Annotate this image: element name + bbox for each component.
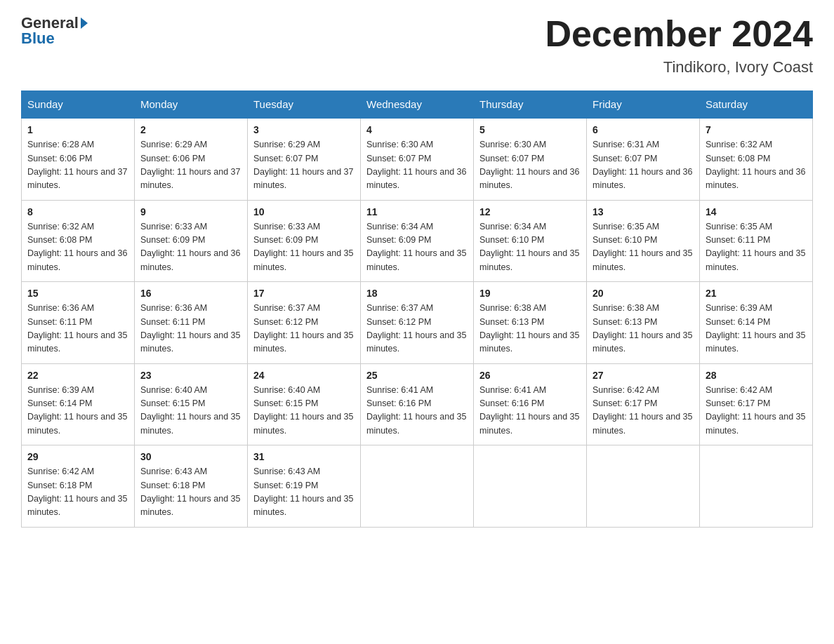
logo-blue-text: Blue <box>21 29 55 48</box>
calendar-cell: 13Sunrise: 6:35 AMSunset: 6:10 PMDayligh… <box>587 200 700 282</box>
calendar-cell <box>474 445 587 528</box>
day-number: 2 <box>140 124 241 135</box>
day-number: 10 <box>253 206 355 217</box>
calendar-cell: 6Sunrise: 6:31 AMSunset: 6:07 PMDaylight… <box>587 118 700 200</box>
day-number: 16 <box>140 288 241 299</box>
day-info: Sunrise: 6:29 AMSunset: 6:07 PMDaylight:… <box>253 138 355 193</box>
day-info: Sunrise: 6:35 AMSunset: 6:11 PMDaylight:… <box>706 220 807 275</box>
day-info: Sunrise: 6:36 AMSunset: 6:11 PMDaylight:… <box>27 302 128 356</box>
day-info: Sunrise: 6:30 AMSunset: 6:07 PMDaylight:… <box>479 138 581 193</box>
calendar-cell: 1Sunrise: 6:28 AMSunset: 6:06 PMDaylight… <box>22 118 135 200</box>
calendar-cell: 30Sunrise: 6:43 AMSunset: 6:18 PMDayligh… <box>135 445 248 528</box>
calendar-cell: 25Sunrise: 6:41 AMSunset: 6:16 PMDayligh… <box>361 363 474 445</box>
day-info: Sunrise: 6:42 AMSunset: 6:17 PMDaylight:… <box>706 384 807 438</box>
calendar-cell <box>700 445 813 528</box>
day-info: Sunrise: 6:33 AMSunset: 6:09 PMDaylight:… <box>140 220 241 275</box>
calendar-cell: 29Sunrise: 6:42 AMSunset: 6:18 PMDayligh… <box>22 445 135 528</box>
col-header-tuesday: Tuesday <box>248 91 361 119</box>
calendar-cell: 10Sunrise: 6:33 AMSunset: 6:09 PMDayligh… <box>248 200 361 282</box>
day-info: Sunrise: 6:30 AMSunset: 6:07 PMDaylight:… <box>366 138 468 193</box>
calendar-table: SundayMondayTuesdayWednesdayThursdayFrid… <box>21 90 813 528</box>
month-year-title: December 2024 <box>545 14 813 54</box>
calendar-cell: 8Sunrise: 6:32 AMSunset: 6:08 PMDaylight… <box>22 200 135 282</box>
col-header-wednesday: Wednesday <box>361 91 474 119</box>
day-number: 9 <box>140 206 241 217</box>
day-info: Sunrise: 6:40 AMSunset: 6:15 PMDaylight:… <box>253 384 355 438</box>
calendar-cell: 17Sunrise: 6:37 AMSunset: 6:12 PMDayligh… <box>248 282 361 364</box>
day-info: Sunrise: 6:43 AMSunset: 6:19 PMDaylight:… <box>253 465 355 520</box>
day-info: Sunrise: 6:39 AMSunset: 6:14 PMDaylight:… <box>27 384 128 438</box>
day-number: 25 <box>366 370 468 381</box>
day-number: 23 <box>140 370 241 381</box>
day-number: 12 <box>479 206 581 217</box>
location-subtitle: Tindikoro, Ivory Coast <box>545 58 813 76</box>
day-number: 15 <box>27 288 128 299</box>
calendar-cell: 19Sunrise: 6:38 AMSunset: 6:13 PMDayligh… <box>474 282 587 364</box>
day-number: 8 <box>27 206 128 217</box>
day-number: 24 <box>253 370 355 381</box>
page-header: General Blue December 2024 Tindikoro, Iv… <box>21 14 813 76</box>
calendar-cell: 15Sunrise: 6:36 AMSunset: 6:11 PMDayligh… <box>22 282 135 364</box>
calendar-cell: 20Sunrise: 6:38 AMSunset: 6:13 PMDayligh… <box>587 282 700 364</box>
logo-arrow-icon <box>81 18 88 29</box>
calendar-header-row: SundayMondayTuesdayWednesdayThursdayFrid… <box>22 91 813 119</box>
day-number: 5 <box>479 124 581 135</box>
calendar-cell: 9Sunrise: 6:33 AMSunset: 6:09 PMDaylight… <box>135 200 248 282</box>
calendar-week-row: 22Sunrise: 6:39 AMSunset: 6:14 PMDayligh… <box>22 363 813 445</box>
day-info: Sunrise: 6:34 AMSunset: 6:09 PMDaylight:… <box>366 220 468 275</box>
calendar-cell: 3Sunrise: 6:29 AMSunset: 6:07 PMDaylight… <box>248 118 361 200</box>
day-info: Sunrise: 6:42 AMSunset: 6:18 PMDaylight:… <box>27 465 128 520</box>
day-info: Sunrise: 6:37 AMSunset: 6:12 PMDaylight:… <box>253 302 355 356</box>
day-number: 29 <box>27 451 128 462</box>
calendar-week-row: 8Sunrise: 6:32 AMSunset: 6:08 PMDaylight… <box>22 200 813 282</box>
title-section: December 2024 Tindikoro, Ivory Coast <box>545 14 813 76</box>
calendar-week-row: 15Sunrise: 6:36 AMSunset: 6:11 PMDayligh… <box>22 282 813 364</box>
calendar-cell: 11Sunrise: 6:34 AMSunset: 6:09 PMDayligh… <box>361 200 474 282</box>
day-number: 31 <box>253 451 355 462</box>
day-info: Sunrise: 6:40 AMSunset: 6:15 PMDaylight:… <box>140 384 241 438</box>
calendar-cell: 14Sunrise: 6:35 AMSunset: 6:11 PMDayligh… <box>700 200 813 282</box>
day-info: Sunrise: 6:39 AMSunset: 6:14 PMDaylight:… <box>706 302 807 356</box>
day-info: Sunrise: 6:37 AMSunset: 6:12 PMDaylight:… <box>366 302 468 356</box>
calendar-cell: 16Sunrise: 6:36 AMSunset: 6:11 PMDayligh… <box>135 282 248 364</box>
calendar-cell: 5Sunrise: 6:30 AMSunset: 6:07 PMDaylight… <box>474 118 587 200</box>
day-info: Sunrise: 6:36 AMSunset: 6:11 PMDaylight:… <box>140 302 241 356</box>
day-number: 18 <box>366 288 468 299</box>
calendar-cell: 18Sunrise: 6:37 AMSunset: 6:12 PMDayligh… <box>361 282 474 364</box>
day-number: 6 <box>593 124 694 135</box>
calendar-cell: 4Sunrise: 6:30 AMSunset: 6:07 PMDaylight… <box>361 118 474 200</box>
calendar-cell: 21Sunrise: 6:39 AMSunset: 6:14 PMDayligh… <box>700 282 813 364</box>
day-info: Sunrise: 6:38 AMSunset: 6:13 PMDaylight:… <box>479 302 581 356</box>
day-number: 20 <box>593 288 694 299</box>
day-number: 21 <box>706 288 807 299</box>
day-number: 22 <box>27 370 128 381</box>
day-info: Sunrise: 6:42 AMSunset: 6:17 PMDaylight:… <box>593 384 694 438</box>
day-info: Sunrise: 6:34 AMSunset: 6:10 PMDaylight:… <box>479 220 581 275</box>
calendar-cell: 31Sunrise: 6:43 AMSunset: 6:19 PMDayligh… <box>248 445 361 528</box>
col-header-sunday: Sunday <box>22 91 135 119</box>
day-info: Sunrise: 6:35 AMSunset: 6:10 PMDaylight:… <box>593 220 694 275</box>
day-number: 28 <box>706 370 807 381</box>
day-number: 26 <box>479 370 581 381</box>
day-number: 27 <box>593 370 694 381</box>
day-number: 11 <box>366 206 468 217</box>
day-info: Sunrise: 6:41 AMSunset: 6:16 PMDaylight:… <box>366 384 468 438</box>
day-info: Sunrise: 6:32 AMSunset: 6:08 PMDaylight:… <box>706 138 807 193</box>
calendar-cell: 22Sunrise: 6:39 AMSunset: 6:14 PMDayligh… <box>22 363 135 445</box>
calendar-cell: 2Sunrise: 6:29 AMSunset: 6:06 PMDaylight… <box>135 118 248 200</box>
col-header-saturday: Saturday <box>700 91 813 119</box>
day-number: 17 <box>253 288 355 299</box>
day-number: 13 <box>593 206 694 217</box>
day-number: 3 <box>253 124 355 135</box>
calendar-cell: 26Sunrise: 6:41 AMSunset: 6:16 PMDayligh… <box>474 363 587 445</box>
calendar-cell: 12Sunrise: 6:34 AMSunset: 6:10 PMDayligh… <box>474 200 587 282</box>
calendar-cell: 23Sunrise: 6:40 AMSunset: 6:15 PMDayligh… <box>135 363 248 445</box>
calendar-week-row: 1Sunrise: 6:28 AMSunset: 6:06 PMDaylight… <box>22 118 813 200</box>
day-info: Sunrise: 6:32 AMSunset: 6:08 PMDaylight:… <box>27 220 128 275</box>
calendar-cell <box>587 445 700 528</box>
logo: General Blue <box>21 14 90 48</box>
day-number: 1 <box>27 124 128 135</box>
day-number: 19 <box>479 288 581 299</box>
day-info: Sunrise: 6:41 AMSunset: 6:16 PMDaylight:… <box>479 384 581 438</box>
day-info: Sunrise: 6:28 AMSunset: 6:06 PMDaylight:… <box>27 138 128 193</box>
